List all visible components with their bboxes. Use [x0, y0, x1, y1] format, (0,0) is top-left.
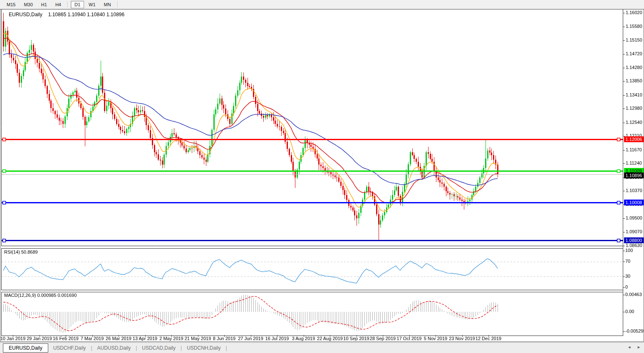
timeframe-button-m30[interactable]: M30: [20, 1, 36, 8]
date-tick-label: 10 Jan 2019: [0, 336, 26, 341]
rsi-tick-label: 30: [625, 274, 630, 279]
date-tick-label: 17 Oct 2019: [397, 336, 422, 341]
mt4-terminal-window: M15M30H1H4D1W1MN EURUSD,Daily 1.10865 1.…: [0, 0, 644, 353]
tab-usdcnh[interactable]: USDCNH,Daily: [182, 344, 225, 352]
date-tick-label: 21 May 2019: [185, 336, 211, 341]
date-tick-label: 16 Jul 2019: [265, 336, 289, 341]
price-tick-label: 1.08630: [626, 243, 642, 248]
date-tick-label: 3 Aug 2019: [292, 336, 315, 341]
rsi-tick-label: 70: [625, 259, 630, 264]
price-tick-label: 1.14720: [626, 51, 642, 56]
timeframe-button-h1[interactable]: H1: [37, 1, 51, 8]
current-price-badge: 1.10896: [624, 173, 644, 178]
price-level-badge: 1.08800: [624, 237, 644, 243]
price-tick-label: 1.13410: [626, 92, 642, 97]
price-tick-label: 1.11670: [626, 147, 642, 152]
rsi-indicator-label: RSI(14) 50.8689: [4, 249, 38, 254]
timeframe-button-h4[interactable]: H4: [52, 1, 65, 8]
tab-scroll-right-icon[interactable]: ►: [637, 345, 641, 349]
date-tick-label: 10 Sep 2019: [343, 336, 369, 341]
price-tick-label: 1.15150: [626, 37, 642, 42]
macd-tick-label: 0.00: [625, 309, 634, 314]
tab-usdchf[interactable]: USDCHF,Daily: [48, 344, 91, 352]
date-tick-label: 28 Sep 2019: [370, 336, 396, 341]
tab-usdcad[interactable]: USDCAD,Daily: [137, 344, 181, 352]
price-tick-label: 1.15580: [626, 24, 642, 29]
price-tick-label: 1.10370: [626, 188, 642, 193]
rsi-tick-label: 0: [625, 284, 628, 289]
price-tick-label: 1.13850: [626, 78, 642, 83]
timeframe-button-w1[interactable]: W1: [85, 1, 99, 8]
date-tick-label: 26 Mar 2019: [106, 336, 131, 341]
date-tick-label: 27 Jun 2019: [238, 336, 263, 341]
price-tick-label: 1.12980: [626, 106, 642, 111]
date-tick-label: 8 Jun 2019: [213, 336, 235, 341]
timeframe-button-m15[interactable]: M15: [3, 1, 19, 8]
chart-ohlc-values: 1.10865 1.10940 1.10840 1.10896: [48, 12, 125, 17]
timeframe-button-mn[interactable]: MN: [100, 1, 115, 8]
date-tick-label: 16 Feb 2019: [53, 336, 79, 341]
symbol-tabs: EURUSD,DailyUSDCHF,Daily|AUDUSD,Daily|US…: [0, 343, 227, 353]
date-tick-label: 7 Mar 2019: [81, 336, 104, 341]
price-tick-label: 1.09500: [626, 215, 642, 220]
toolbar-separator: [117, 1, 118, 7]
date-tick-label: 13 Apr 2019: [133, 336, 157, 341]
price-tick-label: 1.14280: [626, 65, 642, 70]
macd-tick-label: 0.00463: [625, 292, 642, 297]
price-level-badge: 1.12006: [624, 136, 644, 142]
price-tick-label: 1.16020: [626, 10, 642, 15]
date-tick-label: 12 Dec 2019: [476, 336, 501, 341]
tab-scroll-arrows: ◄ ►: [627, 345, 641, 349]
tab-separator: |: [225, 345, 227, 351]
chart-symbol-period: EURUSD,Daily: [9, 12, 42, 17]
date-tick-label: 23 Nov 2019: [449, 336, 475, 341]
tab-scroll-left-icon[interactable]: ◄: [627, 345, 631, 349]
symbol-tabbar: EURUSD,DailyUSDCHF,Daily|AUDUSD,Daily|US…: [0, 342, 644, 353]
price-tick-label: 1.11240: [626, 160, 642, 165]
date-tick-label: 2 May 2019: [159, 336, 183, 341]
macd-indicator-label: MACD(12,26,9) 0.000985 0.001690: [4, 293, 77, 298]
chart-title: EURUSD,Daily 1.10865 1.10940 1.10840 1.1…: [6, 12, 124, 17]
date-tick-label: 29 Jan 2019: [27, 336, 52, 341]
tab-eurusd[interactable]: EURUSD,Daily: [3, 343, 48, 353]
price-tick-label: 1.09070: [626, 229, 642, 234]
toolbar-separator: [67, 1, 68, 7]
rsi-tick-label: 100: [625, 248, 633, 253]
price-tick-label: 1.12540: [626, 120, 642, 125]
price-level-badge: 1.10008: [624, 200, 644, 205]
timeframe-button-d1[interactable]: D1: [71, 1, 84, 8]
tab-audusd[interactable]: AUDUSD,Daily: [92, 344, 136, 352]
chart-canvas[interactable]: [0, 0, 644, 353]
timeframe-toolbar: M15M30H1H4D1W1MN: [0, 0, 644, 9]
date-tick-label: 5 Nov 2019: [424, 336, 447, 341]
timeframe-button-group: M15M30H1H4D1W1MN: [2, 1, 120, 8]
macd-tick-label: -0.005299: [625, 328, 644, 333]
date-tick-label: 22 Aug 2019: [317, 336, 343, 341]
